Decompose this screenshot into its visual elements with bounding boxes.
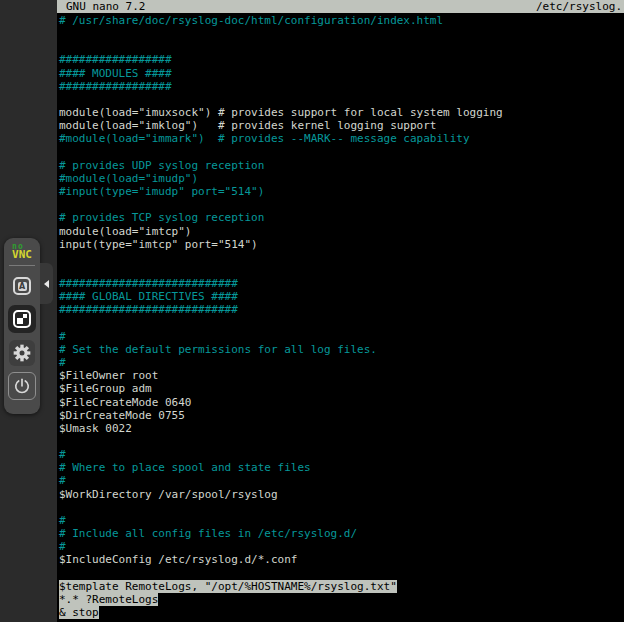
disconnect-button[interactable] bbox=[8, 372, 36, 400]
settings-button[interactable] bbox=[9, 340, 35, 366]
editor-line[interactable]: $FileOwner root bbox=[59, 369, 624, 382]
editor-content[interactable]: # /usr/share/doc/rsyslog-doc/html/config… bbox=[57, 14, 624, 622]
clipboard-button[interactable]: A bbox=[9, 273, 35, 299]
editor-line[interactable]: $DirCreateMode 0755 bbox=[59, 409, 624, 422]
editor-line[interactable]: #module(load="imudp") bbox=[59, 172, 624, 185]
editor-line[interactable]: # bbox=[59, 330, 624, 343]
editor-line[interactable] bbox=[59, 146, 624, 159]
editor-line[interactable]: $template RemoteLogs, "/opt/%HOSTNAME%/r… bbox=[59, 580, 624, 593]
editor-line[interactable]: # /usr/share/doc/rsyslog-doc/html/config… bbox=[59, 14, 624, 27]
editor-line[interactable] bbox=[59, 40, 624, 53]
nano-version-label: GNU nano 7.2 bbox=[66, 0, 145, 13]
gear-icon bbox=[12, 343, 32, 363]
editor-line[interactable] bbox=[59, 93, 624, 106]
editor-line[interactable]: # Include all config files in /etc/rsysl… bbox=[59, 527, 624, 540]
editor-line[interactable]: ########################### bbox=[59, 303, 624, 316]
editor-line[interactable]: ################# bbox=[59, 53, 624, 66]
novnc-logo-vnc: VNC bbox=[12, 251, 32, 259]
clipboard-icon: A bbox=[13, 277, 31, 295]
editor-line[interactable]: # Set the default permissions for all lo… bbox=[59, 343, 624, 356]
editor-line[interactable]: $FileGroup adm bbox=[59, 382, 624, 395]
editor-line[interactable]: ########################### bbox=[59, 277, 624, 290]
terminal-window[interactable]: GNU nano 7.2 /etc/rsyslog. # /usr/share/… bbox=[57, 0, 624, 622]
editor-line[interactable] bbox=[59, 264, 624, 277]
editor-line[interactable]: # Where to place spool and state files bbox=[59, 461, 624, 474]
nano-filename-label: /etc/rsyslog. bbox=[536, 0, 622, 13]
editor-line[interactable]: # bbox=[59, 356, 624, 369]
editor-line[interactable]: #### GLOBAL DIRECTIVES #### bbox=[59, 290, 624, 303]
editor-line[interactable]: *.* ?RemoteLogs bbox=[59, 593, 624, 606]
control-bar-divider bbox=[9, 265, 35, 266]
editor-line[interactable] bbox=[59, 251, 624, 264]
novnc-logo: no VNC bbox=[12, 243, 32, 259]
novnc-control-bar: no VNC A bbox=[4, 238, 40, 414]
nano-titlebar: GNU nano 7.2 /etc/rsyslog. bbox=[57, 0, 624, 13]
control-bar-collapse-handle[interactable] bbox=[40, 263, 53, 304]
editor-line[interactable]: ################# bbox=[59, 80, 624, 93]
editor-line[interactable]: $FileCreateMode 0640 bbox=[59, 396, 624, 409]
editor-line[interactable]: #module(load="immark") # provides --MARK… bbox=[59, 132, 624, 145]
editor-line[interactable]: # bbox=[59, 540, 624, 553]
editor-line[interactable]: #input(type="imudp" port="514") bbox=[59, 185, 624, 198]
editor-line[interactable]: # bbox=[59, 474, 624, 487]
fullscreen-button[interactable] bbox=[8, 305, 36, 333]
editor-line[interactable]: # provides TCP syslog reception bbox=[59, 211, 624, 224]
fullscreen-icon bbox=[13, 310, 31, 328]
chevron-left-icon bbox=[44, 280, 49, 288]
editor-line[interactable]: # bbox=[59, 514, 624, 527]
editor-line[interactable] bbox=[59, 435, 624, 448]
editor-line[interactable]: # provides UDP syslog reception bbox=[59, 159, 624, 172]
editor-line[interactable]: $WorkDirectory /var/spool/rsyslog bbox=[59, 488, 624, 501]
editor-line[interactable] bbox=[59, 317, 624, 330]
power-icon bbox=[12, 376, 32, 396]
editor-line[interactable]: $IncludeConfig /etc/rsyslog.d/*.conf bbox=[59, 553, 624, 566]
editor-line[interactable]: module(load="imtcp") bbox=[59, 225, 624, 238]
editor-line[interactable]: # bbox=[59, 448, 624, 461]
editor-line[interactable]: module(load="imklog") # provides kernel … bbox=[59, 119, 624, 132]
editor-line[interactable]: & stop bbox=[59, 606, 624, 619]
editor-line[interactable] bbox=[59, 198, 624, 211]
editor-line[interactable]: #### MODULES #### bbox=[59, 67, 624, 80]
editor-line[interactable]: $Umask 0022 bbox=[59, 422, 624, 435]
editor-line[interactable] bbox=[59, 501, 624, 514]
editor-line[interactable]: input(type="imtcp" port="514") bbox=[59, 238, 624, 251]
editor-line[interactable]: module(load="imuxsock") # provides suppo… bbox=[59, 106, 624, 119]
editor-line[interactable] bbox=[59, 567, 624, 580]
editor-line[interactable] bbox=[59, 27, 624, 40]
